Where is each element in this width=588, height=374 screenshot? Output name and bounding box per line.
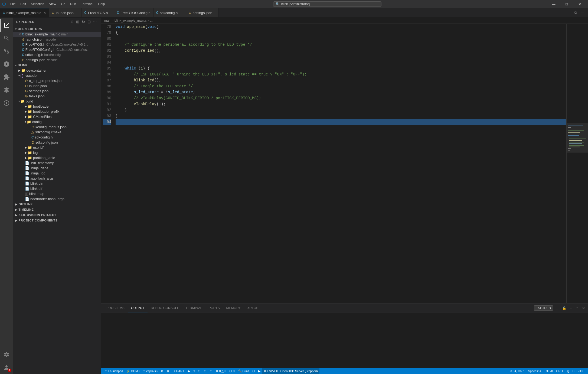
- timeline-section[interactable]: ▶ TIMELINE: [13, 207, 101, 212]
- status-build[interactable]: 🔨 Build: [236, 368, 251, 374]
- split-editor-button[interactable]: ⧉: [573, 9, 579, 16]
- panel-tab-terminal[interactable]: TERMINAL: [182, 303, 205, 313]
- activity-source-control[interactable]: [0, 45, 13, 58]
- activity-remote[interactable]: [0, 97, 13, 110]
- tab-freertosconfig-h[interactable]: C FreeRTOSConfig.h: [114, 8, 153, 18]
- panel-list-icon[interactable]: ☰: [555, 305, 560, 311]
- minimize-button[interactable]: —: [547, 0, 560, 8]
- menu-go[interactable]: Go: [59, 2, 67, 6]
- panel-tab-ports[interactable]: PORTS: [205, 303, 223, 313]
- status-openocd-error[interactable]: ✕ ESP-IDF: OpenOCD Server (Stopped): [262, 368, 319, 374]
- status-eol[interactable]: CRLF: [555, 368, 566, 374]
- tree-ninja-log[interactable]: 📄 .ninja_log: [13, 171, 101, 176]
- status-square[interactable]: □: [191, 368, 197, 374]
- tree-build[interactable]: ▾ 📁 build: [13, 99, 101, 104]
- panel-output-dropdown[interactable]: ESP-IDF ▾: [534, 305, 553, 311]
- new-file-button[interactable]: ⊕: [70, 19, 74, 25]
- tab-sdkconfig-h[interactable]: C sdkconfig.h: [153, 8, 186, 18]
- close-icon[interactable]: ✕: [18, 32, 21, 36]
- tab-close-button[interactable]: ✕: [44, 11, 46, 15]
- tree-devcontainer[interactable]: ▶ 📁 .devcontainer: [13, 68, 101, 73]
- tree-sdkconfig-h[interactable]: C sdkconfig.h: [13, 135, 101, 140]
- breadcrumb-more[interactable]: ...: [150, 19, 153, 22]
- panel-tab-debug-console[interactable]: DEBUG CONSOLE: [148, 303, 182, 313]
- menu-view[interactable]: View: [47, 2, 58, 6]
- open-editor-blink-main[interactable]: ✕ C blink_example_main.c main: [13, 32, 101, 37]
- tree-c-cpp-properties[interactable]: ⊙ c_cpp_properties.json: [13, 78, 101, 83]
- panel-lock-icon[interactable]: 🔒: [561, 305, 567, 311]
- refresh-button[interactable]: ↻: [81, 19, 86, 25]
- activity-explorer[interactable]: [0, 19, 13, 32]
- open-editor-launch-json[interactable]: ✕ ⊙ launch.json .vscode: [13, 37, 101, 42]
- status-flash[interactable]: ⬡: [251, 368, 257, 374]
- tree-blink-elf[interactable]: 📄 blink.elf: [13, 186, 101, 191]
- menu-file[interactable]: File: [8, 2, 18, 6]
- panel-close-icon[interactable]: ✕: [581, 305, 586, 311]
- tree-app-flash-args[interactable]: 📄 app-flash_args: [13, 176, 101, 181]
- status-hex2[interactable]: ⬡: [202, 368, 208, 374]
- tree-sdkconfig-cmake[interactable]: △ sdkconfig.cmake: [13, 130, 101, 135]
- tree-settings-json[interactable]: ⊙ settings.json: [13, 88, 101, 94]
- tree-bootloader[interactable]: ▶ 📁 bootloader: [13, 104, 101, 109]
- panel-tab-memory[interactable]: MEMORY: [223, 303, 244, 313]
- panel-more-icon[interactable]: ···: [569, 305, 573, 311]
- menu-terminal[interactable]: Terminal: [79, 2, 95, 6]
- status-errors[interactable]: ✕ 0 △ 0: [214, 368, 228, 374]
- search-box[interactable]: 🔍 blink [Administrator]: [273, 1, 381, 7]
- maximize-button[interactable]: □: [560, 0, 573, 8]
- activity-extensions[interactable]: [0, 71, 13, 84]
- status-play[interactable]: ▶: [257, 368, 262, 374]
- status-encoding[interactable]: UTF-8: [543, 368, 554, 374]
- close-button[interactable]: ✕: [573, 0, 586, 8]
- tab-freertos-h[interactable]: C FreeRTOS.h: [81, 8, 114, 18]
- outline-section[interactable]: ▶ OUTLINE: [13, 201, 101, 207]
- tree-blink-map[interactable]: ◫ blink.map: [13, 191, 101, 196]
- menu-selection[interactable]: Selection: [29, 2, 46, 6]
- more-options-icon[interactable]: ···: [93, 19, 97, 25]
- activity-search[interactable]: [0, 32, 13, 45]
- blink-section[interactable]: ▾ BLINK: [13, 62, 101, 68]
- status-diamond[interactable]: ◆: [186, 368, 191, 374]
- status-info[interactable]: ⬡ 0: [228, 368, 236, 374]
- open-editor-settings-json[interactable]: ✕ ⊙ settings.json .vscode: [13, 57, 101, 62]
- status-spaces[interactable]: Spaces: 4: [526, 368, 543, 374]
- open-editor-freertos-h[interactable]: ✕ C FreeRTOS.h C:\Users\Orionxer\esp\v5.…: [13, 42, 101, 47]
- open-editor-sdkconfig-h[interactable]: ✕ C sdkconfig.h build\config: [13, 52, 101, 57]
- tree-blink-bin[interactable]: 📄 blink.bin: [13, 181, 101, 186]
- panel-tab-problems[interactable]: PROBLEMS: [103, 303, 128, 313]
- panel-expand-icon[interactable]: ⌃: [575, 305, 580, 311]
- tree-esp-idf[interactable]: ▶ 📁 esp-idf: [13, 145, 101, 150]
- status-idf[interactable]: ESP-IDF: [571, 368, 586, 374]
- tab-launch-json[interactable]: ⊙ launch.json: [49, 8, 81, 18]
- panel-tab-xrtos[interactable]: XRTOS: [244, 303, 262, 313]
- tree-launch-json[interactable]: ⊙ launch.json: [13, 83, 101, 88]
- menu-run[interactable]: Run: [68, 2, 78, 6]
- activity-settings[interactable]: [0, 348, 13, 361]
- tree-kconfig-menus[interactable]: ⊙ kconfig_menus.json: [13, 124, 101, 130]
- tree-sdkconfig-json[interactable]: ⊙ sdkconfig.json: [13, 140, 101, 145]
- activity-account[interactable]: [0, 361, 13, 374]
- panel-tab-output[interactable]: OUTPUT: [128, 303, 148, 313]
- menu-help[interactable]: Help: [96, 2, 107, 6]
- menu-edit[interactable]: Edit: [18, 2, 28, 6]
- tab-blink-example-main-c[interactable]: C blink_example_main.c ✕: [0, 8, 49, 18]
- tree-cmakefiles[interactable]: ▶ 📁 CMakeFiles: [13, 114, 101, 119]
- activity-run-debug[interactable]: [0, 58, 13, 71]
- open-editors-section[interactable]: ▾ OPEN EDITORS: [13, 26, 101, 32]
- status-hex1[interactable]: ⬡: [196, 368, 202, 374]
- tree-log[interactable]: ▶ 📁 log: [13, 150, 101, 155]
- status-launchpad[interactable]: ⬡ Launchpad: [103, 368, 125, 374]
- status-settings[interactable]: ⚙: [159, 368, 165, 374]
- new-folder-button[interactable]: ⊞: [76, 19, 80, 25]
- tree-bootloader-prefix[interactable]: ▶ 📁 bootloader-prefix: [13, 109, 101, 114]
- tree-bootloader-flash-args[interactable]: 📄 bootloader-flash_args: [13, 196, 101, 201]
- status-language[interactable]: {}: [566, 368, 571, 374]
- tab-settings-json[interactable]: ⊙ settings.json: [186, 8, 218, 18]
- status-trash[interactable]: 🗑: [165, 368, 171, 374]
- status-hex3[interactable]: ⬡: [208, 368, 214, 374]
- code-editor[interactable]: 78 79 80 81 82 83 84 85 86 87 88 89 90 9…: [101, 24, 588, 303]
- tree-tasks-json[interactable]: ⊙ tasks.json: [13, 94, 101, 99]
- status-line-col[interactable]: Ln 94, Col 1: [507, 368, 526, 374]
- collapse-all-button[interactable]: ⊟: [87, 19, 92, 25]
- keil-section[interactable]: ▶ KEIL UVISION PROJECT: [13, 212, 101, 218]
